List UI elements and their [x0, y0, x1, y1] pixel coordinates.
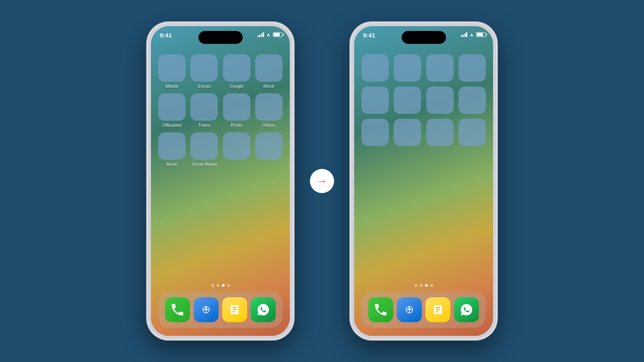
status-bar-left: 9:41 ▲: [151, 26, 290, 49]
dock-safari-left[interactable]: [194, 297, 219, 322]
dock-notes-right[interactable]: [425, 297, 450, 322]
app-r-iwork[interactable]: [458, 54, 486, 82]
left-phone: 9:41 ▲: [147, 22, 294, 340]
app-r-trains[interactable]: [394, 86, 421, 114]
app-mobile-label: Mobile: [165, 84, 178, 88]
app-offloaded[interactable]: Offloaded: [158, 93, 186, 128]
dock-phone-left[interactable]: [165, 297, 190, 322]
left-phone-screen: 9:41 ▲: [151, 26, 290, 336]
app-music[interactable]: Music: [158, 132, 186, 167]
battery-right: [476, 32, 486, 37]
app-offloaded-label: Offloaded: [162, 123, 182, 128]
app-photo-label: Photo: [231, 123, 242, 128]
dot-4-right: [430, 284, 433, 287]
wifi-left: ▲: [266, 32, 271, 37]
app-others-label: Others: [262, 123, 275, 128]
dot-2-left: [217, 284, 219, 287]
arrow-button: →: [310, 169, 334, 193]
page-dots-right: [415, 284, 433, 287]
app-mobile[interactable]: Mobile: [158, 54, 186, 88]
wifi-right: ▲: [469, 32, 474, 37]
right-phone-screen: 9:41 ▲: [354, 26, 493, 336]
dot-1-right: [415, 284, 417, 287]
app-r-social[interactable]: [394, 119, 421, 146]
app-grid-right: [361, 54, 486, 146]
app-r-music[interactable]: [361, 119, 389, 146]
dock-right: [361, 292, 486, 328]
app-r-photo[interactable]: [426, 86, 454, 114]
status-icons-left: ▲: [258, 32, 283, 37]
dock-phone-right[interactable]: [368, 297, 393, 322]
dot-4-left: [227, 284, 230, 287]
time-left: 9:41: [160, 32, 172, 39]
dock-safari-right[interactable]: [397, 297, 422, 322]
dot-3-right: [425, 284, 428, 287]
app-google-label: Google: [229, 84, 244, 88]
app-iwork[interactable]: iWork: [255, 54, 283, 88]
status-bar-right: 9:41 ▲: [354, 26, 493, 49]
app-music-label: Music: [166, 162, 178, 167]
app-extras-label: Extras: [198, 84, 211, 88]
dot-2-right: [420, 284, 423, 287]
app-photo[interactable]: Photo: [223, 93, 250, 128]
app-social-label: Social Media: [192, 162, 217, 167]
app-google[interactable]: Google: [223, 54, 250, 88]
app-r-empty1[interactable]: [426, 119, 454, 146]
dock-left: [158, 292, 283, 328]
app-r-others[interactable]: [458, 86, 486, 114]
app-empty1[interactable]: [223, 132, 250, 167]
battery-left: [273, 32, 283, 37]
arrow-icon: →: [317, 176, 327, 186]
app-iwork-label: iWork: [263, 84, 275, 88]
status-icons-right: ▲: [461, 32, 486, 37]
app-empty2[interactable]: [255, 132, 283, 167]
app-r-extras[interactable]: [394, 54, 421, 82]
app-social[interactable]: Social Media: [190, 132, 218, 167]
signal-left: [258, 32, 264, 37]
app-trains-label: Trains: [198, 123, 210, 128]
app-extras[interactable]: Extras: [190, 54, 218, 88]
app-r-mobile[interactable]: [361, 54, 389, 82]
app-r-google[interactable]: [426, 54, 454, 82]
app-trains[interactable]: Trains: [190, 93, 218, 128]
dock-notes-left[interactable]: [222, 297, 247, 322]
app-r-empty2[interactable]: [458, 119, 486, 146]
app-others[interactable]: Others: [255, 93, 283, 128]
signal-right: [461, 32, 468, 37]
main-scene: 9:41 ▲: [0, 0, 644, 362]
dot-1-left: [211, 284, 214, 287]
dot-3-left: [222, 284, 225, 287]
page-dots-left: [211, 284, 230, 287]
app-grid-left: Mobile Extras: [158, 54, 283, 167]
time-right: 9:41: [363, 32, 375, 39]
dock-whatsapp-left[interactable]: [251, 297, 276, 322]
right-phone: 9:41 ▲: [350, 22, 497, 340]
app-r-offloaded[interactable]: [361, 86, 389, 114]
dock-whatsapp-right[interactable]: [454, 297, 479, 322]
